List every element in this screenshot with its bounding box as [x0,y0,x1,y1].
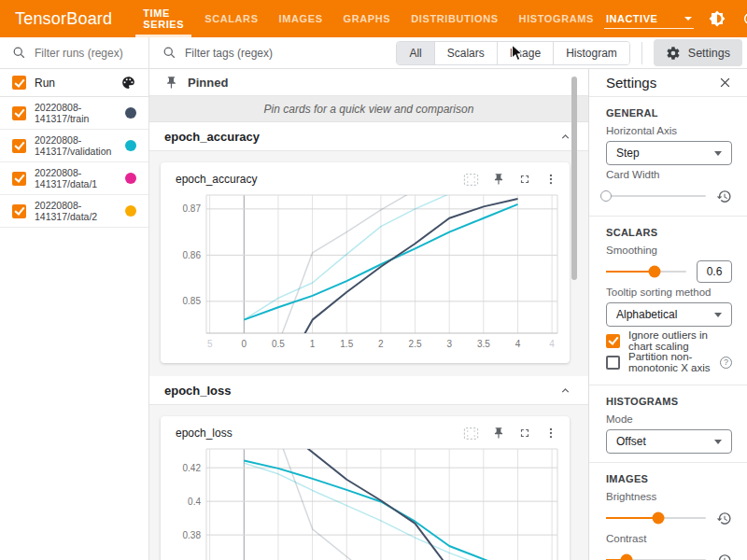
dark-mode-toggle-icon[interactable] [708,9,726,28]
run-checkbox[interactable] [12,204,26,218]
tab-distributions[interactable]: DISTRIBUTIONS [401,0,508,37]
chevron-up-icon[interactable] [559,131,571,143]
section-epoch-loss[interactable]: epoch_loss [149,376,588,405]
run-row-data-2[interactable]: 20220808-141317/data/2 [0,195,148,228]
tab-histograms[interactable]: HISTOGRAMS [509,0,604,37]
settings-panel-header: Settings [589,69,747,97]
fit-to-domain-icon[interactable] [463,173,479,187]
runs-sidebar: Run 20220808-141317/train 20220808-14131… [0,37,149,560]
smoothing-slider[interactable] [606,271,686,273]
more-options-icon[interactable] [544,427,557,440]
fit-to-domain-icon[interactable] [463,427,479,441]
chevron-down-icon [714,313,722,317]
settings-section-histograms: HISTOGRAMS Mode Offset [589,385,747,463]
svg-text:3: 3 [446,339,452,349]
tab-time-series[interactable]: TIME SERIES [133,0,194,37]
main-nav: TIME SERIES SCALARS IMAGES GRAPHS DISTRI… [133,0,604,37]
histogram-mode-select[interactable]: Offset [606,429,732,454]
pinned-section-header: Pinned [149,69,588,96]
svg-text:4: 4 [549,339,555,349]
reset-icon[interactable] [716,553,732,560]
smoothing-input[interactable]: 0.6 [697,260,732,283]
reset-icon[interactable] [716,189,732,204]
filter-image-button[interactable]: Image [497,42,553,64]
cards-area: Pinned Pin cards for a quick view and co… [149,69,588,560]
reload-status-select[interactable]: INACTIVE [604,9,694,29]
slider-thumb[interactable] [648,266,660,278]
run-row-validation[interactable]: 20220808-141317/validation [0,130,148,162]
runs-column-header: Run [35,77,120,90]
search-icon [162,46,176,60]
run-checkbox[interactable] [12,139,26,153]
horizontal-axis-select[interactable]: Step [606,141,732,165]
chevron-down-icon [714,440,722,444]
brightness-control [606,507,732,529]
tooltip-sorting-select[interactable]: Alphabetical [606,302,732,327]
filter-scalars-button[interactable]: Scalars [434,42,497,64]
partition-x-axis-checkbox[interactable] [606,356,620,370]
filter-histogram-button[interactable]: Histogram [553,42,629,64]
runs-table-header: Run [0,69,148,97]
smoothing-control: 0.6 [606,260,732,283]
card-width-control [606,185,732,207]
settings-section-general: GENERAL Horizontal Axis Step Card Width [589,97,747,217]
slider-thumb[interactable] [600,190,612,202]
help-icon: ? [720,357,732,369]
ignore-outliers-option[interactable]: Ignore outliers in chart scaling [606,333,732,348]
run-row-data-1[interactable]: 20220808-141317/data/1 [0,162,148,195]
tab-scalars[interactable]: SCALARS [194,0,268,37]
pin-card-icon[interactable] [492,427,505,440]
svg-text:3.5: 3.5 [477,339,490,349]
tags-filter-input[interactable] [183,46,374,61]
svg-text:5: 5 [207,339,213,349]
settings-section-images: IMAGES Brightness Contrast Show actual i… [589,463,747,560]
epoch-loss-chart[interactable]: 0.420.40.380.36 [167,443,563,560]
more-options-icon[interactable] [544,173,557,186]
chevron-down-icon [714,151,722,156]
svg-text:1: 1 [310,339,316,349]
fullscreen-icon[interactable] [518,173,531,186]
tab-graphs[interactable]: GRAPHS [333,0,402,37]
main-scrollbar[interactable] [571,77,577,280]
contrast-control [606,549,732,560]
run-color-dot [125,107,136,119]
svg-text:0.42: 0.42 [183,463,202,473]
svg-text:0.5: 0.5 [272,339,285,349]
settings-button[interactable]: Settings [654,39,742,66]
svg-text:0.86: 0.86 [183,250,202,260]
section-epoch-accuracy[interactable]: epoch_accuracy [149,122,588,151]
runs-filter-input[interactable] [33,46,139,61]
card-header: epoch_accuracy [167,167,563,189]
search-icon [12,46,26,60]
gear-icon [666,46,681,61]
svg-text:0.85: 0.85 [183,296,202,306]
palette-icon[interactable] [120,75,136,91]
run-checkbox[interactable] [12,172,26,186]
close-icon[interactable] [718,76,732,90]
svg-text:0.87: 0.87 [183,203,202,214]
run-checkbox[interactable] [12,106,26,120]
run-row-train[interactable]: 20220808-141317/train [0,97,148,130]
filter-all-button[interactable]: All [397,42,433,64]
epoch-accuracy-chart[interactable]: 0.850.860.87500.511.522.533.544 [167,189,563,357]
select-all-runs-checkbox[interactable] [12,76,26,90]
slider-thumb[interactable] [652,512,664,525]
header-actions: INACTIVE ? [604,9,747,29]
svg-text:4: 4 [515,339,521,349]
brightness-slider[interactable] [606,517,706,519]
card-title: epoch_loss [176,427,463,440]
pin-card-icon[interactable] [492,173,505,186]
refresh-icon[interactable] [740,9,747,28]
card-width-slider[interactable] [606,195,706,197]
tab-images[interactable]: IMAGES [269,0,333,37]
reset-icon[interactable] [716,511,732,526]
chevron-up-icon[interactable] [559,385,571,397]
svg-text:1.5: 1.5 [340,339,353,349]
slider-thumb[interactable] [621,554,633,560]
run-color-dot [125,173,136,184]
fullscreen-icon[interactable] [518,427,531,440]
partition-x-axis-option[interactable]: Partition non-monotonic X axis ? [606,355,732,370]
svg-text:2: 2 [378,339,384,349]
ignore-outliers-checkbox[interactable] [606,334,620,348]
app-title: TensorBoard [0,9,133,29]
